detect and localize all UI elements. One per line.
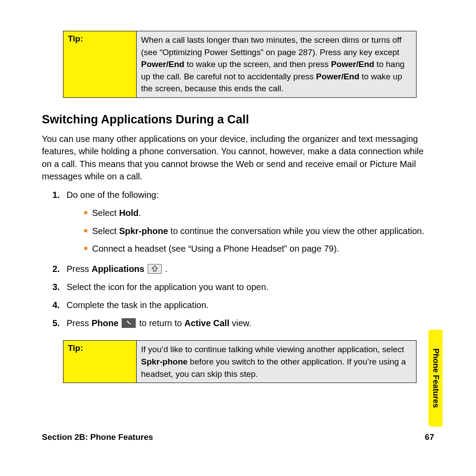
applications-key-icon [148,264,162,274]
sub-bold: Hold [119,208,138,218]
tip-body: When a call lasts longer than two minute… [137,31,416,98]
step-bold: Applications [92,264,145,274]
sub-text: . [139,208,141,218]
side-tab: Phone Features [428,330,443,427]
sub-item: Select Spkr-phone to continue the conver… [84,225,434,237]
content-area: Tip: When a call lasts longer than two m… [42,31,434,383]
sub-text: Select [92,226,119,236]
step-number: 5. [52,317,60,330]
sub-text: Select [92,208,119,218]
step-bold: Active Call [184,318,229,328]
step-text: Select the icon for the application you … [67,282,268,292]
tip-label: Tip: [63,31,137,98]
sub-item: Select Hold. [84,207,434,219]
steps-list: 1. Do one of the following: Select Hold.… [52,189,434,330]
step-bold: Phone [92,318,119,328]
side-tab-label: Phone Features [431,348,440,408]
step-text: view. [229,318,251,328]
footer-section: Section 2B: Phone Features [42,432,153,442]
tip-label: Tip: [63,341,137,383]
sub-bold: Spkr-phone [119,226,168,236]
step-text: . [163,264,167,274]
step-item: 5. Press Phone to return to Active Call … [52,317,434,330]
step-number: 3. [52,281,60,294]
footer-page-number: 67 [425,432,434,442]
tip-text: to wake up the screen, and then press [184,60,331,69]
tip-bold: Spkr-phone [141,357,188,366]
tip-box: Tip: If you’d like to continue talking w… [63,340,416,383]
sub-text: Connect a headset (see “Using a Phone He… [92,244,339,253]
sub-list: Select Hold. Select Spkr-phone to contin… [84,207,434,255]
step-number: 2. [52,263,60,275]
tip-box: Tip: When a call lasts longer than two m… [63,31,416,98]
step-item: 3. Select the icon for the application y… [52,281,434,294]
tip-text: When a call lasts longer than two minute… [141,35,402,57]
intro-paragraph: You can use many other applications on y… [42,133,434,183]
step-item: 2. Press Applications . [52,263,434,275]
phone-key-icon [122,318,136,328]
sub-item: Connect a headset (see “Using a Phone He… [84,242,434,255]
step-item: 4. Complete the task in the application. [52,299,434,312]
step-number: 1. [52,189,60,201]
sub-text: to continue the conversation while you v… [168,226,424,236]
step-text: Press [67,318,92,328]
step-number: 4. [52,299,60,312]
step-text: to return to [137,318,184,328]
section-heading: Switching Applications During a Call [42,113,434,126]
page-footer: Section 2B: Phone Features 67 [42,432,434,442]
tip-bold: Power/End [331,60,374,69]
tip-text: If you’d like to continue talking while … [141,345,404,354]
step-text: Complete the task in the application. [67,300,208,310]
step-item: 1. Do one of the following: Select Hold.… [52,189,434,255]
tip-bold: Power/End [316,72,359,81]
tip-body: If you’d like to continue talking while … [137,341,416,383]
step-text: Do one of the following: [67,190,159,200]
step-text: Press [67,264,92,274]
tip-bold: Power/End [141,60,184,69]
document-page: Tip: When a call lasts longer than two m… [0,0,476,476]
